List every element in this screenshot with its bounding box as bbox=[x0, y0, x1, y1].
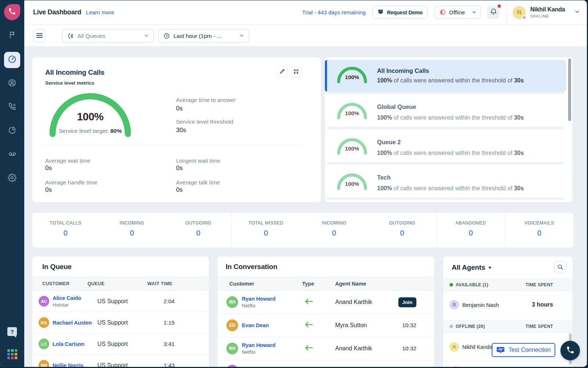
queue-card-description: 100% of calls were answered within the t… bbox=[377, 150, 524, 156]
metric-value: 0s bbox=[45, 186, 52, 194]
customer-name-link[interactable]: Rachael Austen bbox=[53, 320, 97, 326]
app-switcher-button[interactable] bbox=[7, 349, 17, 359]
metric-value: 0s bbox=[176, 186, 183, 194]
agent-row[interactable]: B Benjamin Nash 3 hours bbox=[443, 291, 573, 318]
avatar: LC bbox=[39, 339, 49, 349]
user-icon bbox=[8, 78, 17, 89]
queues-filter-dropdown[interactable]: All Queues bbox=[62, 29, 154, 43]
stat-outgoing: OUTGOING0 bbox=[165, 213, 232, 248]
avatar bbox=[451, 367, 460, 367]
flag-icon bbox=[8, 31, 17, 40]
incoming-call-arrow-icon bbox=[302, 298, 335, 306]
customer-company: Hotstar bbox=[53, 302, 97, 308]
stat-missed-incoming: INCOMING0 bbox=[300, 213, 368, 248]
user-status-label: OFFLINE bbox=[530, 14, 566, 18]
table-row[interactable]: LC Lola Carlson US Support 3:41 bbox=[32, 333, 209, 355]
request-demo-button[interactable]: Request Demo bbox=[372, 6, 428, 19]
table-row[interactable]: RH Ryan Howard Netflix Anand Karthik 10:… bbox=[218, 337, 434, 360]
agent-name: Nikhil Kanda bbox=[462, 344, 492, 350]
stat-abandoned: ABANDONED0 bbox=[437, 213, 505, 248]
learn-more-link[interactable]: Learn more bbox=[86, 9, 114, 15]
brand-logo[interactable] bbox=[4, 4, 20, 20]
agent-time-spent: 3 hours bbox=[532, 301, 553, 308]
customer-name-link[interactable]: Nellie Norris bbox=[53, 362, 97, 367]
metric-value: 0s bbox=[45, 164, 52, 172]
sidebar-item-contacts[interactable] bbox=[0, 75, 24, 92]
column-header-time-spent: TIME SPENT bbox=[526, 324, 553, 329]
avatar: N bbox=[449, 342, 459, 352]
customer-name-link[interactable]: Lola Carlson bbox=[53, 341, 97, 347]
sidebar-item-settings[interactable] bbox=[0, 170, 24, 187]
question-mark-icon: ? bbox=[10, 329, 14, 335]
sidebar-item-call-logs[interactable] bbox=[0, 99, 24, 115]
status-dot-available bbox=[449, 283, 453, 287]
customer-name-link[interactable]: Evan Dean bbox=[242, 322, 302, 328]
table-row[interactable]: RA Rachael Austen US Support 1:15 bbox=[32, 312, 209, 333]
user-name: Nikhil Kanda bbox=[530, 6, 566, 13]
stat-missed-outgoing: OUTGOING0 bbox=[368, 213, 436, 248]
sidebar-item-getting-started[interactable] bbox=[0, 27, 24, 43]
gear-icon bbox=[8, 173, 17, 184]
sidebar-item-voicemail[interactable] bbox=[0, 146, 24, 163]
avatar: RH bbox=[226, 296, 238, 308]
queue-icon bbox=[67, 33, 74, 39]
customer-name-link[interactable]: Alice Caido bbox=[53, 295, 97, 301]
trial-banner: Trial - 443 days remaining bbox=[302, 9, 366, 15]
sidebar-item-dashboard[interactable] bbox=[4, 52, 20, 68]
filters-toolbar: All Queues Last hour (1pm - ... bbox=[24, 25, 587, 47]
agent-name-cell: Myra Sutton bbox=[335, 322, 367, 329]
test-connection-button[interactable]: Test Connection bbox=[492, 343, 555, 357]
dashboard-content: All Incoming Calls Service level metrics… bbox=[24, 47, 587, 367]
column-header-customer: Customer bbox=[218, 281, 302, 287]
queue-card-title: Queue 2 bbox=[377, 139, 401, 146]
hamburger-icon bbox=[36, 33, 43, 39]
avatar: RH bbox=[226, 343, 238, 354]
chevron-down-icon bbox=[472, 9, 476, 16]
gauge-value: 100% bbox=[48, 111, 133, 123]
queue-card-description: 100% of calls were answered within the t… bbox=[377, 114, 524, 121]
incoming-call-arrow-icon bbox=[302, 345, 335, 352]
expand-widget-button[interactable] bbox=[290, 66, 302, 78]
join-call-button[interactable]: Join bbox=[398, 297, 416, 307]
queue-cell: US Support bbox=[97, 298, 164, 305]
queue-card-tech[interactable]: 100% Tech 100% of calls were answered wi… bbox=[327, 164, 564, 198]
call-duration-cell: 10:32 bbox=[402, 345, 416, 352]
menu-button[interactable] bbox=[33, 29, 46, 42]
app-window: ? Live Dashboard Learn more Trial - 443 … bbox=[0, 0, 587, 367]
table-row[interactable]: AC Alice Caido Hotstar US Support 2:04 bbox=[32, 291, 209, 312]
notifications-button[interactable] bbox=[487, 6, 500, 19]
help-button[interactable]: ? bbox=[7, 327, 17, 336]
agent-name: Benjamin Nash bbox=[462, 302, 499, 308]
metric-value: 30s bbox=[176, 127, 186, 134]
header-divider bbox=[506, 0, 506, 24]
agent-status-dropdown[interactable]: Offline bbox=[435, 6, 481, 19]
agents-filter-dropdown[interactable]: All Agents bbox=[443, 256, 573, 279]
chevron-down-icon bbox=[239, 33, 244, 39]
customer-company: Netflix bbox=[242, 303, 302, 308]
table-row[interactable]: ED Evan Dean Myra Sutton 10:32 bbox=[218, 314, 434, 337]
service-level-gauge: 100% Service level target: 80% bbox=[48, 93, 133, 141]
queue-card-queue-2[interactable]: 100% Queue 2 100% of calls were answered… bbox=[327, 129, 564, 162]
dialer-fab-button[interactable] bbox=[560, 341, 580, 360]
stat-total-calls: TOTAL CALLS0 bbox=[32, 213, 99, 248]
customer-name-link[interactable]: Ryan Howard bbox=[242, 342, 302, 348]
in-queue-table-header: CUSTOMER QUEUE WAIT TIME bbox=[32, 277, 209, 291]
table-row[interactable]: RH Ryan Howard Netflix Anand Karthik Joi… bbox=[218, 291, 434, 314]
table-row[interactable]: NN Nellie Norris US Support 1:43 bbox=[32, 355, 209, 367]
status-dot-offline bbox=[449, 325, 453, 328]
queue-gauge: 100% bbox=[336, 173, 368, 190]
user-menu[interactable]: N Nikhil Kanda OFFLINE bbox=[513, 6, 587, 19]
queue-gauge: 100% bbox=[336, 102, 368, 120]
scrollbar[interactable] bbox=[568, 59, 571, 121]
gauge-target: Service level target: 80% bbox=[40, 128, 140, 134]
pencil-icon bbox=[279, 68, 285, 75]
customer-name-link[interactable]: Ryan Howard bbox=[242, 296, 302, 302]
edit-widget-button[interactable] bbox=[276, 66, 288, 78]
caret-down-icon bbox=[488, 267, 491, 270]
queue-card-global-queue[interactable]: 100% Global Queue 100% of calls were ans… bbox=[327, 94, 564, 127]
search-agents-button[interactable] bbox=[554, 261, 566, 273]
queue-card-all-incoming[interactable]: 100% All Incoming Calls 100% of calls we… bbox=[325, 60, 566, 92]
time-range-dropdown[interactable]: Last hour (1pm - ... bbox=[158, 29, 249, 43]
sidebar-item-reports[interactable] bbox=[0, 123, 24, 139]
divider bbox=[327, 198, 564, 200]
